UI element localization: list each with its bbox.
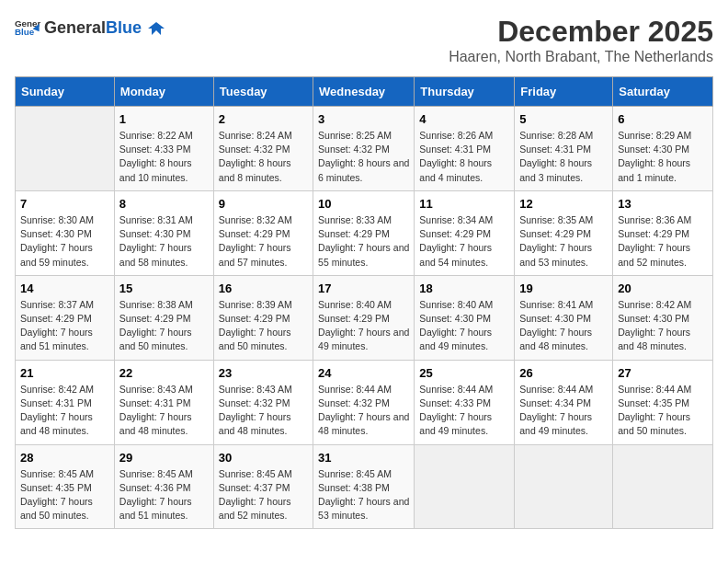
calendar-table: SundayMondayTuesdayWednesdayThursdayFrid…	[15, 76, 713, 529]
month-title: December 2025	[449, 15, 713, 49]
calendar-cell: 21Sunrise: 8:42 AMSunset: 4:31 PMDayligh…	[16, 360, 115, 444]
weekday-header-thursday: Thursday	[415, 77, 515, 107]
day-number: 5	[519, 112, 608, 126]
calendar-cell: 9Sunrise: 8:32 AMSunset: 4:29 PMDaylight…	[213, 190, 313, 275]
day-number: 17	[318, 282, 409, 295]
day-number: 27	[618, 366, 708, 380]
day-info: Sunrise: 8:25 AMSunset: 4:32 PMDaylight:…	[318, 130, 409, 183]
calendar-cell: 1Sunrise: 8:22 AMSunset: 4:33 PMDaylight…	[114, 107, 213, 191]
header: General Blue GeneralBlue December 2025 H…	[15, 15, 713, 65]
weekday-header-monday: Monday	[114, 77, 213, 107]
calendar-cell: 30Sunrise: 8:45 AMSunset: 4:37 PMDayligh…	[213, 444, 313, 529]
day-number: 7	[20, 197, 109, 211]
calendar-cell: 11Sunrise: 8:34 AMSunset: 4:29 PMDayligh…	[415, 190, 515, 275]
day-number: 21	[20, 366, 109, 380]
day-info: Sunrise: 8:34 AMSunset: 4:29 PMDaylight:…	[419, 214, 493, 268]
calendar-cell: 22Sunrise: 8:43 AMSunset: 4:31 PMDayligh…	[114, 360, 213, 444]
day-info: Sunrise: 8:41 AMSunset: 4:30 PMDaylight:…	[519, 299, 593, 352]
week-row-3: 14Sunrise: 8:37 AMSunset: 4:29 PMDayligh…	[16, 275, 713, 360]
weekday-header-saturday: Saturday	[613, 77, 713, 107]
calendar-cell: 18Sunrise: 8:40 AMSunset: 4:30 PMDayligh…	[415, 275, 515, 360]
day-info: Sunrise: 8:30 AMSunset: 4:30 PMDaylight:…	[20, 214, 94, 268]
svg-text:Blue: Blue	[15, 27, 35, 37]
day-number: 11	[419, 197, 509, 211]
calendar-cell: 29Sunrise: 8:45 AMSunset: 4:36 PMDayligh…	[114, 444, 213, 529]
day-number: 28	[20, 451, 109, 465]
day-info: Sunrise: 8:36 AMSunset: 4:29 PMDaylight:…	[618, 214, 691, 268]
calendar-cell: 15Sunrise: 8:38 AMSunset: 4:29 PMDayligh…	[114, 275, 213, 360]
day-number: 2	[219, 112, 308, 126]
day-number: 20	[618, 282, 708, 295]
calendar-cell: 3Sunrise: 8:25 AMSunset: 4:32 PMDaylight…	[313, 107, 415, 191]
day-number: 3	[318, 112, 409, 126]
day-number: 1	[119, 112, 209, 126]
calendar-cell: 16Sunrise: 8:39 AMSunset: 4:29 PMDayligh…	[213, 275, 313, 360]
day-info: Sunrise: 8:29 AMSunset: 4:30 PMDaylight:…	[618, 130, 691, 183]
calendar-cell: 17Sunrise: 8:40 AMSunset: 4:29 PMDayligh…	[313, 275, 415, 360]
day-info: Sunrise: 8:45 AMSunset: 4:35 PMDaylight:…	[20, 468, 94, 522]
day-number: 29	[119, 451, 209, 465]
day-info: Sunrise: 8:31 AMSunset: 4:30 PMDaylight:…	[119, 214, 193, 268]
calendar-cell: 23Sunrise: 8:43 AMSunset: 4:32 PMDayligh…	[213, 360, 313, 444]
day-info: Sunrise: 8:38 AMSunset: 4:29 PMDaylight:…	[119, 299, 193, 352]
week-row-4: 21Sunrise: 8:42 AMSunset: 4:31 PMDayligh…	[16, 360, 713, 444]
logo-icon: General Blue	[15, 15, 40, 40]
day-number: 31	[318, 451, 409, 465]
day-number: 14	[20, 282, 109, 295]
calendar-cell: 2Sunrise: 8:24 AMSunset: 4:32 PMDaylight…	[213, 107, 313, 191]
calendar-cell: 24Sunrise: 8:44 AMSunset: 4:32 PMDayligh…	[313, 360, 415, 444]
day-info: Sunrise: 8:43 AMSunset: 4:32 PMDaylight:…	[219, 384, 292, 437]
calendar-cell	[415, 444, 515, 529]
day-info: Sunrise: 8:44 AMSunset: 4:33 PMDaylight:…	[419, 384, 493, 437]
calendar-cell: 20Sunrise: 8:42 AMSunset: 4:30 PMDayligh…	[613, 275, 713, 360]
day-info: Sunrise: 8:43 AMSunset: 4:31 PMDaylight:…	[119, 384, 193, 437]
calendar-cell: 14Sunrise: 8:37 AMSunset: 4:29 PMDayligh…	[16, 275, 115, 360]
weekday-header-wednesday: Wednesday	[313, 77, 415, 107]
day-info: Sunrise: 8:45 AMSunset: 4:36 PMDaylight:…	[119, 468, 193, 522]
day-info: Sunrise: 8:45 AMSunset: 4:37 PMDaylight:…	[219, 468, 292, 522]
calendar-cell: 27Sunrise: 8:44 AMSunset: 4:35 PMDayligh…	[613, 360, 713, 444]
day-number: 13	[618, 197, 708, 211]
logo-general-text: General	[44, 18, 106, 37]
day-info: Sunrise: 8:35 AMSunset: 4:29 PMDaylight:…	[519, 214, 593, 268]
day-number: 19	[519, 282, 608, 295]
calendar-cell	[16, 107, 115, 191]
week-row-1: 1Sunrise: 8:22 AMSunset: 4:33 PMDaylight…	[16, 107, 713, 191]
calendar-cell: 28Sunrise: 8:45 AMSunset: 4:35 PMDayligh…	[16, 444, 115, 529]
day-info: Sunrise: 8:42 AMSunset: 4:31 PMDaylight:…	[20, 384, 94, 437]
day-info: Sunrise: 8:40 AMSunset: 4:29 PMDaylight:…	[318, 299, 409, 352]
calendar-cell: 8Sunrise: 8:31 AMSunset: 4:30 PMDaylight…	[114, 190, 213, 275]
day-number: 16	[219, 282, 308, 295]
weekday-header-friday: Friday	[515, 77, 613, 107]
calendar-cell: 31Sunrise: 8:45 AMSunset: 4:38 PMDayligh…	[313, 444, 415, 529]
day-number: 18	[419, 282, 509, 295]
day-number: 8	[119, 197, 209, 211]
logo-bird-icon	[148, 20, 165, 37]
day-number: 24	[318, 366, 409, 380]
calendar-cell: 25Sunrise: 8:44 AMSunset: 4:33 PMDayligh…	[415, 360, 515, 444]
day-info: Sunrise: 8:39 AMSunset: 4:29 PMDaylight:…	[219, 299, 292, 352]
calendar-cell: 7Sunrise: 8:30 AMSunset: 4:30 PMDaylight…	[16, 190, 115, 275]
calendar-cell	[613, 444, 713, 529]
logo-blue-text: Blue	[106, 18, 142, 37]
day-info: Sunrise: 8:45 AMSunset: 4:38 PMDaylight:…	[318, 468, 409, 522]
day-number: 10	[318, 197, 409, 211]
calendar-cell: 6Sunrise: 8:29 AMSunset: 4:30 PMDaylight…	[613, 107, 713, 191]
calendar-cell: 19Sunrise: 8:41 AMSunset: 4:30 PMDayligh…	[515, 275, 613, 360]
week-row-5: 28Sunrise: 8:45 AMSunset: 4:35 PMDayligh…	[16, 444, 713, 529]
day-info: Sunrise: 8:24 AMSunset: 4:32 PMDaylight:…	[219, 130, 292, 183]
day-info: Sunrise: 8:44 AMSunset: 4:32 PMDaylight:…	[318, 384, 409, 437]
day-number: 25	[419, 366, 509, 380]
week-row-2: 7Sunrise: 8:30 AMSunset: 4:30 PMDaylight…	[16, 190, 713, 275]
day-info: Sunrise: 8:32 AMSunset: 4:29 PMDaylight:…	[219, 214, 292, 268]
day-number: 23	[219, 366, 308, 380]
title-area: December 2025 Haaren, North Brabant, The…	[449, 15, 713, 65]
weekday-header-tuesday: Tuesday	[213, 77, 313, 107]
day-info: Sunrise: 8:28 AMSunset: 4:31 PMDaylight:…	[519, 130, 593, 183]
calendar-cell: 13Sunrise: 8:36 AMSunset: 4:29 PMDayligh…	[613, 190, 713, 275]
day-info: Sunrise: 8:42 AMSunset: 4:30 PMDaylight:…	[618, 299, 691, 352]
day-info: Sunrise: 8:33 AMSunset: 4:29 PMDaylight:…	[318, 214, 409, 268]
day-number: 9	[219, 197, 308, 211]
day-info: Sunrise: 8:44 AMSunset: 4:34 PMDaylight:…	[519, 384, 593, 437]
day-number: 15	[119, 282, 209, 295]
